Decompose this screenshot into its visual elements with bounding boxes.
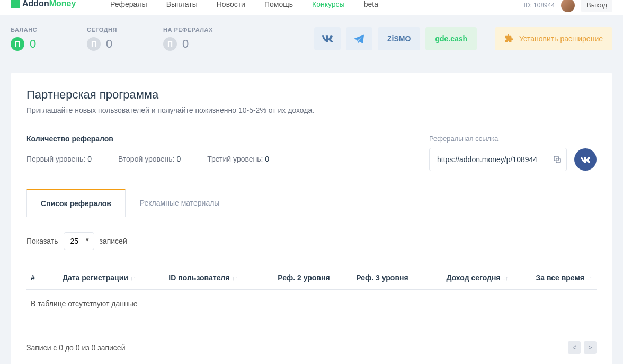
stat-referrals-label: НА РЕФЕРАЛАХ bbox=[163, 26, 221, 33]
logo-text-2: Money bbox=[49, 0, 76, 8]
table-footer-info: Записи с 0 до 0 из 0 записей bbox=[26, 343, 125, 352]
table-controls: Показать 25 записей bbox=[26, 232, 597, 250]
level3: Третий уровень: 0 bbox=[207, 155, 269, 163]
stat-balance: БАЛАНС П 0 bbox=[11, 26, 69, 51]
referrals-table: # Дата регистрации↓↑ ID пользователя↓↑ Р… bbox=[26, 266, 597, 318]
referral-counts: Количество рефералов Первый уровень: 0 В… bbox=[26, 135, 269, 171]
vk-share-button[interactable] bbox=[574, 148, 597, 171]
entries-label: записей bbox=[100, 237, 127, 245]
table-empty-message: В таблице отсутствуют данные bbox=[26, 290, 597, 318]
tab-referral-list[interactable]: Список рефералов bbox=[26, 189, 126, 217]
nav-referrals[interactable]: Рефералы bbox=[101, 0, 157, 13]
nav-help[interactable]: Помощь bbox=[255, 0, 302, 13]
referral-counts-title: Количество рефералов bbox=[26, 135, 269, 143]
logo-icon bbox=[11, 0, 20, 8]
stat-today: СЕГОДНЯ П 0 bbox=[87, 26, 145, 51]
table-footer: Записи с 0 до 0 из 0 записей < > bbox=[26, 341, 597, 354]
stat-today-label: СЕГОДНЯ bbox=[87, 26, 145, 33]
logo[interactable]: AddonMoney bbox=[11, 0, 76, 8]
col-reg-date[interactable]: Дата регистрации↓↑ bbox=[58, 266, 164, 290]
referral-section: Количество рефералов Первый уровень: 0 В… bbox=[26, 135, 597, 171]
puzzle-icon bbox=[504, 34, 514, 43]
copy-icon[interactable] bbox=[553, 155, 562, 164]
referral-link-value: https://addon.money/p/108944 bbox=[437, 155, 537, 164]
stat-referrals: НА РЕФЕРАЛАХ П 0 bbox=[163, 26, 221, 51]
zismo-button[interactable]: ZiSMO bbox=[378, 27, 420, 50]
show-label: Показать bbox=[26, 237, 58, 245]
stats-bar: БАЛАНС П 0 СЕГОДНЯ П 0 НА РЕФЕРАЛАХ П 0 … bbox=[0, 15, 623, 63]
sort-icon: ↓↑ bbox=[130, 275, 136, 281]
pager-next[interactable]: > bbox=[584, 341, 597, 354]
vk-icon bbox=[581, 157, 590, 163]
header-right: ID: 108944 Выход bbox=[523, 0, 612, 12]
col-ref-l3[interactable]: Реф. 3 уровня bbox=[343, 266, 421, 290]
sort-icon: ↓↑ bbox=[586, 275, 592, 281]
referral-link-label: Реферальная ссылка bbox=[429, 135, 597, 143]
currency-badge-grey: П bbox=[87, 37, 101, 51]
install-extension-label: Установить расширение bbox=[519, 34, 603, 43]
stat-today-value: 0 bbox=[106, 37, 112, 51]
main-card: Партнерская программа Приглашайте новых … bbox=[11, 73, 612, 364]
page-subtitle: Приглашайте новых пользователей и получа… bbox=[26, 106, 597, 114]
stat-balance-label: БАЛАНС bbox=[11, 26, 69, 33]
pager: < > bbox=[568, 341, 597, 354]
user-id-label: ID: 108944 bbox=[523, 2, 555, 9]
currency-badge-green: П bbox=[11, 37, 24, 51]
vk-button[interactable] bbox=[314, 27, 341, 50]
pager-prev[interactable]: < bbox=[568, 341, 581, 354]
tabs: Список рефералов Рекламные материалы bbox=[26, 188, 597, 217]
level1: Первый уровень: 0 bbox=[26, 155, 92, 163]
logo-text-1: Addon bbox=[22, 0, 49, 8]
header: AddonMoney Рефералы Выплаты Новости Помо… bbox=[0, 0, 623, 15]
referral-link-box: Реферальная ссылка https://addon.money/p… bbox=[429, 135, 597, 171]
telegram-icon bbox=[354, 34, 364, 43]
vk-icon bbox=[322, 35, 333, 42]
nav-payouts[interactable]: Выплаты bbox=[157, 0, 207, 13]
col-all-time[interactable]: За все время↓↑ bbox=[513, 266, 597, 290]
logout-button[interactable]: Выход bbox=[581, 0, 612, 12]
col-num[interactable]: # bbox=[26, 266, 58, 290]
nav-beta[interactable]: beta bbox=[354, 0, 388, 13]
nav: Рефералы Выплаты Новости Помощь Конкурсы… bbox=[101, 0, 388, 13]
col-ref-l2[interactable]: Реф. 2 уровня bbox=[264, 266, 343, 290]
install-extension-button[interactable]: Установить расширение bbox=[495, 27, 612, 50]
page-title: Партнерская программа bbox=[26, 88, 597, 102]
col-today-income[interactable]: Доход сегодня↓↑ bbox=[421, 266, 512, 290]
gdecash-button[interactable]: gde.cash bbox=[425, 27, 477, 50]
tab-promo-materials[interactable]: Рекламные материалы bbox=[126, 189, 234, 217]
sort-icon: ↓↑ bbox=[503, 275, 509, 281]
stat-referrals-value: 0 bbox=[182, 37, 189, 51]
level2: Второй уровень: 0 bbox=[118, 155, 181, 163]
telegram-button[interactable] bbox=[346, 27, 372, 50]
col-user-id[interactable]: ID пользователя↓↑ bbox=[164, 266, 264, 290]
currency-badge-grey: П bbox=[163, 37, 177, 51]
stat-balance-value: 0 bbox=[30, 37, 36, 51]
referral-link-input[interactable]: https://addon.money/p/108944 bbox=[429, 148, 567, 171]
social-buttons: ZiSMO gde.cash bbox=[314, 27, 477, 50]
sort-icon: ↓↑ bbox=[232, 275, 237, 281]
nav-contests[interactable]: Конкурсы bbox=[302, 0, 354, 13]
page-size-select[interactable]: 25 bbox=[64, 232, 94, 250]
avatar[interactable] bbox=[561, 0, 575, 12]
nav-news[interactable]: Новости bbox=[207, 0, 255, 13]
